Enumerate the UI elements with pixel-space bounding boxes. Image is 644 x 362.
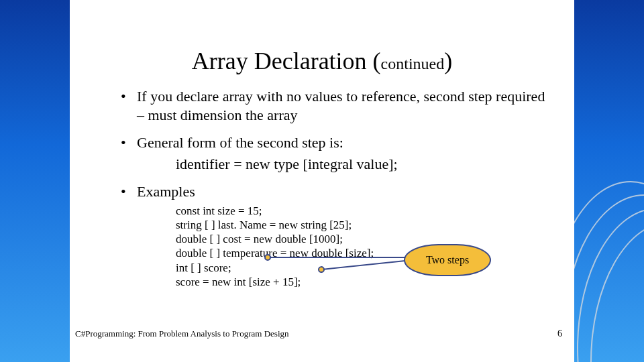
title-close: ) xyxy=(444,48,452,74)
bullet-item: Examples const int size = 15; string [ ]… xyxy=(117,182,547,289)
slide-content-area: Array Declaration (continued) If you dec… xyxy=(70,0,574,362)
title-main: Array Declaration ( xyxy=(192,48,381,74)
bullet-item: General form of the second step is: iden… xyxy=(117,133,547,173)
page-number: 6 xyxy=(557,328,562,339)
code-line: const int size = 15; xyxy=(176,204,547,218)
callout-connector xyxy=(268,257,406,258)
general-form-line: identifier = new type [integral value]; xyxy=(176,155,547,174)
bullet-text: Examples xyxy=(137,183,195,200)
code-line: string [ ] last. Name = new string [25]; xyxy=(176,218,547,232)
slide-body: If you declare array with no values to r… xyxy=(117,87,547,298)
code-line: double [ ] temperature = new double [siz… xyxy=(176,246,547,260)
code-line: double [ ] cost = new double [1000]; xyxy=(176,232,547,246)
slide-background: Array Declaration (continued) If you dec… xyxy=(0,0,644,362)
examples-block: const int size = 15; string [ ] last. Na… xyxy=(176,204,547,290)
connector-cap-icon xyxy=(264,254,271,261)
two-steps-callout: Two steps xyxy=(404,244,491,276)
bullet-text: If you declare array with no values to r… xyxy=(137,88,545,123)
bullet-item: If you declare array with no values to r… xyxy=(117,87,547,124)
callout-label: Two steps xyxy=(426,253,469,267)
code-line: int [ ] score; xyxy=(176,261,547,275)
bullet-text: General form of the second step is: xyxy=(137,134,343,151)
slide-title: Array Declaration (continued) xyxy=(70,47,574,75)
title-subscript: continued xyxy=(381,55,445,72)
bullet-list: If you declare array with no values to r… xyxy=(117,87,547,289)
code-line: score = new int [size + 15]; xyxy=(176,275,547,289)
footer-book-title: C#Programming: From Problem Analysis to … xyxy=(75,328,289,339)
